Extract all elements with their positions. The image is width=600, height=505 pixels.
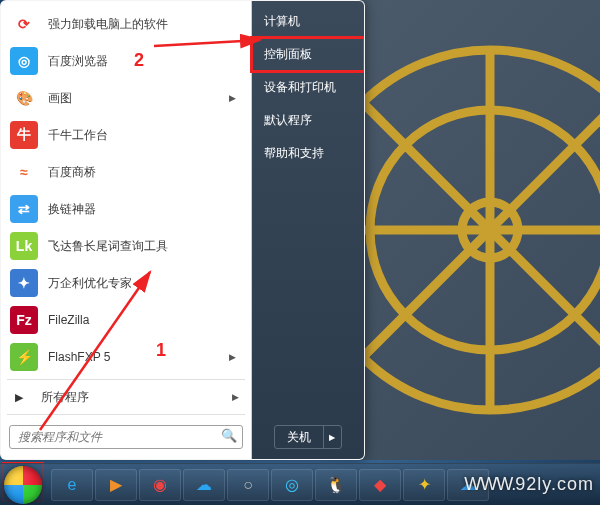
right-item-help-support[interactable]: 帮助和支持: [252, 137, 364, 170]
qq-icon[interactable]: 🐧: [315, 469, 357, 501]
app-label: 飞达鲁长尾词查询工具: [48, 238, 240, 255]
chevron-right-icon: ▶: [229, 352, 236, 362]
app-label: 千牛工作台: [48, 127, 240, 144]
search-icon[interactable]: 🔍: [221, 428, 237, 443]
start-menu: ⟳强力卸载电脑上的软件◎百度浏览器🎨画图▶牛千牛工作台≈百度商桥⇄换链神器Lk飞…: [0, 0, 365, 460]
ferris-wheel-art: [360, 20, 600, 460]
start-button[interactable]: [4, 466, 42, 504]
right-item-control-panel[interactable]: 控制面板: [252, 38, 364, 71]
shutdown-button[interactable]: 关机: [275, 426, 323, 448]
shutdown-label: 关机: [287, 429, 311, 446]
app-label: 换链神器: [48, 201, 240, 218]
chevron-right-icon: ▶: [229, 93, 236, 103]
chrome-icon[interactable]: ◉: [139, 469, 181, 501]
right-item-computer[interactable]: 计算机: [252, 5, 364, 38]
app-label: 百度浏览器: [48, 53, 240, 70]
watermark: WWW.92ly.com: [464, 474, 594, 495]
flashfxp-icon: ⚡: [10, 343, 38, 371]
optimize-icon: ✦: [10, 269, 38, 297]
app-item-flashfxp[interactable]: ⚡FlashFXP 5▶: [6, 339, 246, 375]
all-programs-arrow-icon: ▶: [15, 391, 29, 404]
app9-icon[interactable]: ◆: [359, 469, 401, 501]
all-programs-label: 所有程序: [41, 389, 89, 406]
search-input[interactable]: [9, 425, 243, 449]
baidu-bridge-icon: ≈: [10, 158, 38, 186]
browser2-icon[interactable]: ○: [227, 469, 269, 501]
separator: [7, 379, 245, 380]
browser3-icon[interactable]: ◎: [271, 469, 313, 501]
app-item-baidu-browser[interactable]: ◎百度浏览器: [6, 43, 246, 79]
link-tool-icon: ⇄: [10, 195, 38, 223]
shutdown-button-group: 关机 ▶: [274, 425, 342, 449]
app-label: 万企利优化专家: [48, 275, 240, 292]
all-programs[interactable]: ▶ 所有程序 ▶: [1, 382, 251, 412]
shutdown-options-toggle[interactable]: ▶: [323, 426, 341, 448]
app-list: ⟳强力卸载电脑上的软件◎百度浏览器🎨画图▶牛千牛工作台≈百度商桥⇄换链神器Lk飞…: [1, 1, 251, 377]
filezilla-icon: Fz: [10, 306, 38, 334]
media-player-icon[interactable]: ▶: [95, 469, 137, 501]
baidu-browser-icon: ◎: [10, 47, 38, 75]
watermark-text: 92ly: [515, 474, 551, 494]
app-item-filezilla[interactable]: FzFileZilla: [6, 302, 246, 338]
app-label: 强力卸载电脑上的软件: [48, 16, 240, 33]
start-menu-left: ⟳强力卸载电脑上的软件◎百度浏览器🎨画图▶牛千牛工作台≈百度商桥⇄换链神器Lk飞…: [1, 1, 252, 459]
app-item-qianniu[interactable]: 牛千牛工作台: [6, 117, 246, 153]
baidu-cloud-icon[interactable]: ☁: [183, 469, 225, 501]
longkey-icon: Lk: [10, 232, 38, 260]
separator: [7, 414, 245, 415]
app-item-optimize[interactable]: ✦万企利优化专家: [6, 265, 246, 301]
watermark-suffix: .com: [551, 474, 594, 494]
ie-icon[interactable]: e: [51, 469, 93, 501]
app-label: 画图: [48, 90, 225, 107]
app-item-longkey[interactable]: Lk飞达鲁长尾词查询工具: [6, 228, 246, 264]
chevron-right-icon: ▶: [232, 392, 239, 402]
uninstall-icon: ⟳: [10, 10, 38, 38]
app-label: 百度商桥: [48, 164, 240, 181]
desktop-wallpaper: [360, 0, 600, 460]
search-wrap: 🔍: [1, 417, 251, 459]
app-item-baidu-bridge[interactable]: ≈百度商桥: [6, 154, 246, 190]
right-item-default-programs[interactable]: 默认程序: [252, 104, 364, 137]
shutdown-row: 关机 ▶: [252, 425, 364, 449]
app-item-paint[interactable]: 🎨画图▶: [6, 80, 246, 116]
start-menu-right: 计算机控制面板设备和打印机默认程序帮助和支持 关机 ▶: [252, 1, 364, 459]
app-label: FlashFXP 5: [48, 350, 225, 364]
app-item-uninstall[interactable]: ⟳强力卸载电脑上的软件: [6, 6, 246, 42]
qianniu-icon: 牛: [10, 121, 38, 149]
app10-icon[interactable]: ✦: [403, 469, 445, 501]
right-item-devices-printers[interactable]: 设备和打印机: [252, 71, 364, 104]
app-label: FileZilla: [48, 313, 240, 327]
app-item-link-tool[interactable]: ⇄换链神器: [6, 191, 246, 227]
watermark-prefix: WWW.: [464, 474, 515, 494]
paint-icon: 🎨: [10, 84, 38, 112]
